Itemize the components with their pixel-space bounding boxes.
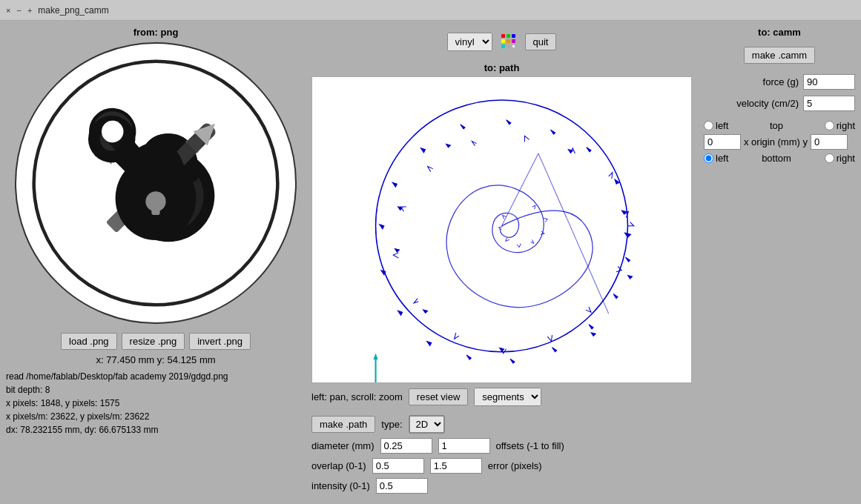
left-panel-title: from: png — [6, 27, 306, 38]
left-top-label: left — [716, 120, 728, 131]
overlap-input[interactable] — [372, 458, 424, 474]
png-preview — [15, 42, 297, 324]
overlap-row: overlap (0-1) error (pixels) — [311, 458, 692, 474]
intensity-row: intensity (0-1) — [311, 478, 692, 494]
right-bottom-radio-label[interactable]: right — [825, 153, 855, 164]
left-panel: from: png — [0, 21, 311, 504]
png-image — [30, 57, 282, 309]
offsets-input[interactable] — [438, 438, 490, 454]
diameter-row: diameter (mm) offsets (-1 to fill) — [311, 438, 692, 454]
view-controls: left: pan, scroll: zoom reset view segme… — [311, 388, 692, 406]
origin-top-row: left top right — [704, 120, 855, 131]
intensity-input[interactable] — [376, 478, 428, 494]
grid-dot-y — [501, 39, 505, 43]
velocity-label: velocity (cm/2) — [736, 98, 799, 109]
left-top-radio[interactable] — [704, 121, 713, 130]
grid-dot-o — [507, 39, 510, 43]
vinyl-select[interactable]: vinyl — [448, 33, 492, 50]
segments-select-wrapper[interactable]: segments — [474, 388, 541, 406]
segments-select[interactable]: segments — [475, 388, 541, 405]
origin-mid-row: x origin (mm) y — [704, 134, 855, 150]
right-top-label: right — [837, 120, 855, 131]
top-toolbar: vinyl quit — [311, 21, 692, 62]
top-label: top — [770, 120, 783, 131]
window-title: make_png_camm — [38, 5, 108, 16]
close-button[interactable]: × — [6, 6, 10, 15]
status-line-4: dx: 78.232155 mm, dy: 66.675133 mm — [6, 423, 306, 437]
right-bottom-radio[interactable] — [825, 153, 834, 163]
left-top-radio-label[interactable]: left — [704, 120, 728, 131]
force-label: force (g) — [763, 76, 799, 87]
left-bottom-radio[interactable] — [704, 153, 713, 163]
y-origin-input[interactable] — [811, 134, 848, 150]
coords-display: x: 77.450 mm y: 54.125 mm — [6, 354, 306, 365]
quit-button[interactable]: quit — [525, 33, 557, 50]
right-panel: to: camm make .camm force (g) velocity (… — [698, 21, 861, 504]
overlap-label: overlap (0-1) — [311, 460, 366, 471]
path-svg — [312, 77, 691, 382]
color-grid-icon[interactable] — [501, 34, 516, 49]
force-input[interactable] — [803, 74, 855, 90]
view-hint-label: left: pan, scroll: zoom — [311, 391, 403, 402]
path-canvas[interactable] — [311, 76, 692, 383]
grid-dot-b — [512, 34, 515, 38]
x-origin-input[interactable] — [704, 134, 741, 150]
error-input[interactable] — [430, 458, 482, 474]
make-path-row: make .path type: 2D — [311, 415, 692, 434]
grid-dot-g — [507, 34, 510, 38]
grid-dot-c — [501, 44, 505, 48]
reset-view-button[interactable]: reset view — [409, 388, 469, 405]
bottom-controls: make .path type: 2D diameter (mm) offset… — [311, 415, 692, 498]
bottom-label: bottom — [762, 153, 791, 164]
velocity-row: velocity (cm/2) — [704, 96, 855, 111]
x-origin-label: x origin (mm) y — [744, 136, 808, 147]
make-camm-button[interactable]: make .camm — [744, 47, 815, 64]
grid-dot-r — [501, 34, 505, 38]
load-png-button[interactable]: load .png — [61, 333, 117, 350]
grid-dot-p — [512, 39, 515, 43]
png-buttons: load .png resize .png invert .png — [6, 333, 306, 350]
status-text: read /home/fablab/Desktop/fab academy 20… — [6, 370, 306, 437]
grid-dot-w — [512, 44, 515, 48]
diameter-label: diameter (mm) — [311, 440, 375, 451]
left-bottom-radio-label[interactable]: left — [704, 153, 728, 164]
vinyl-select-wrapper[interactable]: vinyl — [447, 33, 492, 51]
offsets-label: offsets (-1 to fill) — [496, 440, 564, 451]
titlebar: × − + make_png_camm — [0, 0, 861, 21]
resize-png-button[interactable]: resize .png — [122, 333, 185, 350]
right-bottom-label: right — [837, 153, 855, 164]
main-area: from: png — [0, 21, 861, 504]
invert-png-button[interactable]: invert .png — [189, 333, 251, 350]
mid-panel-title: to: path — [311, 62, 692, 73]
status-line-1: bit depth: 8 — [6, 383, 306, 397]
maximize-button[interactable]: + — [27, 6, 32, 15]
diameter-input[interactable] — [380, 438, 432, 454]
grid-dot-gray — [507, 44, 510, 48]
minimize-button[interactable]: − — [16, 6, 21, 15]
origin-bottom-row: left bottom right — [704, 153, 855, 164]
svg-rect-20 — [151, 202, 159, 215]
make-path-button[interactable]: make .path — [311, 416, 375, 433]
intensity-label: intensity (0-1) — [311, 480, 370, 491]
velocity-input[interactable] — [803, 96, 855, 111]
make-camm-row: make .camm — [704, 47, 855, 64]
origin-section: left top right x origin (mm) y left — [704, 120, 855, 167]
status-line-3: x pixels/m: 23622, y pixels/m: 23622 — [6, 410, 306, 423]
type-label: type: — [381, 419, 402, 430]
type-select[interactable]: 2D — [409, 416, 444, 433]
right-top-radio-label[interactable]: right — [825, 120, 855, 131]
force-row: force (g) — [704, 74, 855, 90]
status-line-2: x pixels: 1848, y pixels: 1575 — [6, 397, 306, 410]
right-panel-title: to: camm — [704, 27, 855, 38]
status-line-0: read /home/fablab/Desktop/fab academy 20… — [6, 370, 306, 383]
error-label: error (pixels) — [488, 460, 542, 471]
mid-panel: vinyl quit to: path — [311, 21, 698, 504]
type-select-wrapper[interactable]: 2D — [409, 415, 445, 434]
right-top-radio[interactable] — [825, 121, 834, 130]
left-bottom-label: left — [716, 153, 728, 164]
